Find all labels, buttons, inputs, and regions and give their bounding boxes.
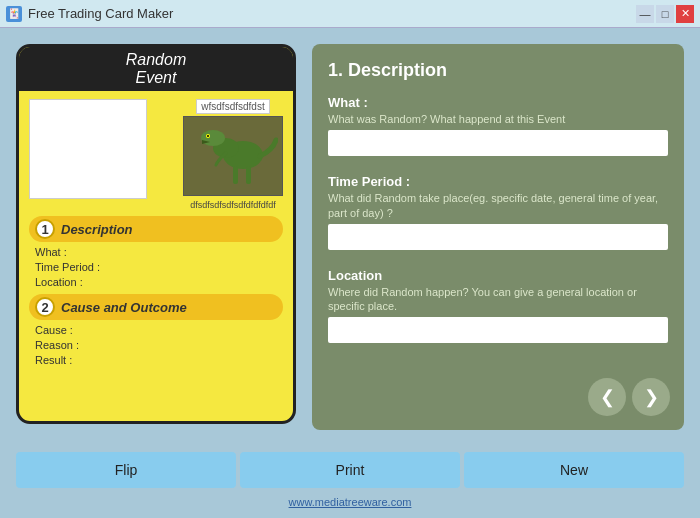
- svg-rect-5: [233, 166, 238, 184]
- bottom-bar: Flip Print New: [0, 446, 700, 494]
- window-controls: — □ ✕: [636, 5, 694, 23]
- card-white-box: [29, 99, 147, 199]
- timeperiod-input[interactable]: [328, 224, 668, 250]
- footer-url: www.mediatreeware.com: [289, 496, 412, 508]
- svg-point-4: [207, 135, 209, 137]
- location-label: Location: [328, 268, 668, 283]
- card-field-cause: Cause :: [35, 324, 277, 336]
- section2-num: 2: [35, 297, 55, 317]
- app-icon: 🃏: [6, 6, 22, 22]
- title-bar-left: 🃏 Free Trading Card Maker: [6, 6, 173, 22]
- card-image-right: wfsdfsdfsdfdst: [183, 99, 283, 210]
- footer: www.mediatreeware.com: [0, 494, 700, 510]
- dino-image: [183, 116, 283, 196]
- minimize-button[interactable]: —: [636, 5, 654, 23]
- section1-num: 1: [35, 219, 55, 239]
- card-image-area: wfsdfsdfsdfdst: [29, 99, 283, 210]
- svg-rect-6: [246, 166, 251, 184]
- svg-point-2: [201, 130, 225, 146]
- section2-title: Cause and Outcome: [61, 300, 187, 315]
- title-bar: 🃏 Free Trading Card Maker — □ ✕: [0, 0, 700, 28]
- section1-badge: 1 Description: [29, 216, 283, 242]
- form-section-title: 1. Description: [328, 60, 668, 81]
- close-button[interactable]: ✕: [676, 5, 694, 23]
- timeperiod-label: Time Period :: [328, 174, 668, 189]
- location-group: Location Where did Random happen? You ca…: [328, 268, 668, 354]
- section2-badge: 2 Cause and Outcome: [29, 294, 283, 320]
- timeperiod-hint: What did Random take place(eg. specific …: [328, 191, 668, 220]
- card-field-reason: Reason :: [35, 339, 277, 351]
- next-button[interactable]: ❯: [632, 378, 670, 416]
- form-panel: 1. Description What : What was Random? W…: [312, 44, 684, 430]
- location-input[interactable]: [328, 317, 668, 343]
- card-header: RandomEvent: [19, 47, 293, 91]
- flip-button[interactable]: Flip: [16, 452, 236, 488]
- maximize-button[interactable]: □: [656, 5, 674, 23]
- card-field-what: What :: [35, 246, 277, 258]
- app-title: Free Trading Card Maker: [28, 6, 173, 21]
- dino-svg: [188, 120, 278, 192]
- print-button[interactable]: Print: [240, 452, 460, 488]
- section1-title: Description: [61, 222, 133, 237]
- timeperiod-group: Time Period : What did Random take place…: [328, 174, 668, 260]
- what-input[interactable]: [328, 130, 668, 156]
- what-group: What : What was Random? What happend at …: [328, 95, 668, 166]
- card-preview: RandomEvent wfsdfsdfsdfdst: [16, 44, 296, 424]
- bottom-stamp-text: dfsdfsdfsdfsdfdfdfdfdf: [190, 200, 276, 210]
- card-field-timeperiod: Time Period :: [35, 261, 277, 273]
- location-hint: Where did Random happen? You can give a …: [328, 285, 668, 314]
- what-label: What :: [328, 95, 668, 110]
- card-field-location: Location :: [35, 276, 277, 288]
- top-stamp-text: wfsdfsdfsdfdst: [196, 99, 269, 114]
- card-field-result: Result :: [35, 354, 277, 366]
- new-button[interactable]: New: [464, 452, 684, 488]
- prev-button[interactable]: ❮: [588, 378, 626, 416]
- what-hint: What was Random? What happend at this Ev…: [328, 112, 668, 126]
- main-area: RandomEvent wfsdfsdfsdfdst: [0, 28, 700, 446]
- nav-buttons: ❮ ❯: [588, 378, 670, 416]
- card-panel: RandomEvent wfsdfsdfsdfdst: [16, 44, 296, 430]
